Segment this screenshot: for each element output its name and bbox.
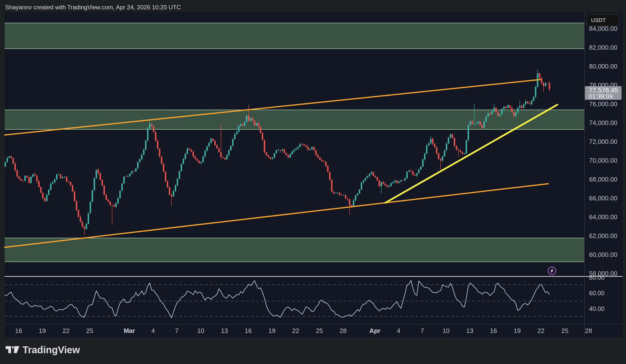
svg-text:64,000.00: 64,000.00 (589, 213, 618, 221)
svg-text:7: 7 (421, 327, 424, 334)
svg-text:22: 22 (538, 327, 545, 334)
svg-text:Mar: Mar (124, 327, 135, 334)
svg-text:40.00: 40.00 (589, 305, 604, 312)
svg-text:7: 7 (175, 327, 179, 334)
svg-text:25: 25 (86, 327, 93, 334)
svg-text:70,000.00: 70,000.00 (589, 157, 618, 164)
svg-text:19: 19 (39, 327, 46, 334)
svg-text:Apr: Apr (369, 327, 381, 334)
svg-text:25: 25 (561, 327, 569, 334)
svg-text:80.00: 80.00 (589, 274, 604, 281)
svg-text:22: 22 (63, 327, 70, 334)
svg-text:Shayannv created with TradingV: Shayannv created with TradingView.com, A… (5, 4, 181, 10)
svg-text:19: 19 (269, 327, 275, 334)
svg-text:74,000.00: 74,000.00 (589, 119, 618, 126)
svg-text:10: 10 (197, 327, 204, 334)
svg-text:22: 22 (292, 327, 299, 334)
svg-text:25: 25 (316, 327, 323, 334)
svg-text:60,000.00: 60,000.00 (589, 251, 618, 258)
svg-text:10: 10 (443, 327, 450, 334)
svg-text:13: 13 (221, 327, 228, 334)
svg-text:4: 4 (151, 327, 155, 334)
svg-text:19: 19 (514, 327, 521, 334)
svg-text:TradingView: TradingView (23, 344, 80, 355)
svg-text:82,000.00: 82,000.00 (589, 44, 618, 51)
svg-text:4: 4 (397, 327, 400, 334)
svg-text:62,000.00: 62,000.00 (589, 232, 618, 240)
svg-text:28: 28 (585, 327, 592, 334)
svg-text:16: 16 (490, 327, 497, 334)
svg-text:13: 13 (466, 327, 473, 334)
svg-text:76,000.00: 76,000.00 (589, 100, 618, 108)
svg-text:68,000.00: 68,000.00 (589, 176, 618, 183)
svg-text:16: 16 (245, 327, 252, 334)
svg-text:28: 28 (340, 327, 347, 334)
svg-text:60.00: 60.00 (589, 290, 604, 296)
svg-text:USDT: USDT (591, 17, 606, 23)
svg-text:66,000.00: 66,000.00 (589, 195, 618, 202)
svg-text:80,000.00: 80,000.00 (589, 63, 618, 70)
svg-text:16: 16 (15, 327, 22, 334)
svg-text:01:39:09: 01:39:09 (589, 93, 613, 100)
svg-text:72,000.00: 72,000.00 (589, 138, 618, 145)
